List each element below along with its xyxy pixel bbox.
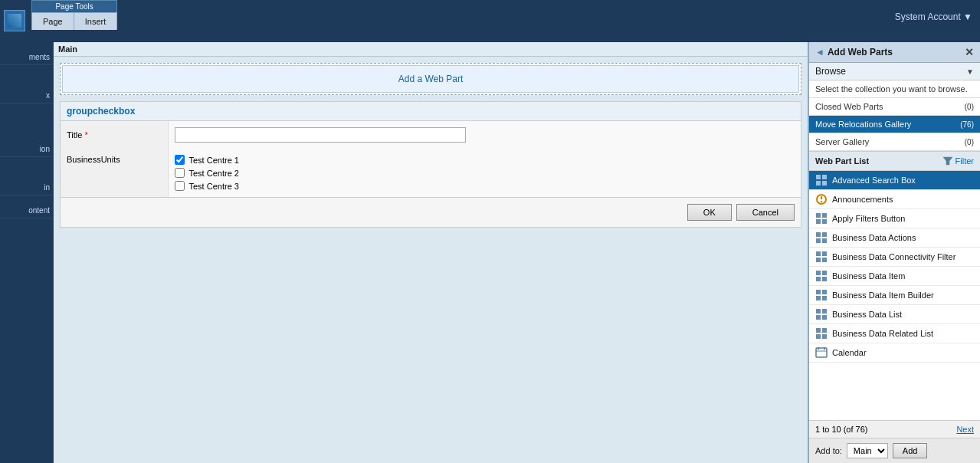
svg-rect-2 xyxy=(822,175,827,179)
webpart-item-4[interactable]: Business Data Connectivity Filter xyxy=(809,248,980,267)
webpart-icon-1 xyxy=(815,193,828,205)
filter-icon xyxy=(942,156,953,166)
webpart-item-6[interactable]: Business Data Item Builder xyxy=(809,286,980,305)
tab-row: Page Insert xyxy=(31,12,117,30)
svg-rect-38 xyxy=(824,347,825,350)
checkbox-item-0: Test Centre 1 xyxy=(175,155,795,165)
browse-label: Browse xyxy=(815,66,966,77)
title-row: Title * xyxy=(61,121,801,149)
svg-rect-28 xyxy=(816,309,821,314)
close-icon[interactable]: ✕ xyxy=(965,46,974,58)
svg-rect-8 xyxy=(816,213,821,218)
svg-rect-16 xyxy=(816,251,821,256)
checkbox-group: Test Centre 1 Test Centre 2 Test Centre … xyxy=(175,155,795,191)
svg-rect-3 xyxy=(816,181,821,186)
add-to-label: Add to: xyxy=(815,446,842,455)
checkbox-item-1: Test Centre 2 xyxy=(175,168,795,178)
svg-rect-31 xyxy=(822,315,827,320)
webpart-item-2[interactable]: Apply Filters Button xyxy=(809,209,980,228)
webpart-item-5[interactable]: Business Data Item xyxy=(809,267,980,286)
ribbon: Page Tools Page Insert System Account ▼ xyxy=(0,0,980,42)
svg-rect-30 xyxy=(816,315,821,320)
svg-rect-13 xyxy=(822,232,827,237)
collection-list: Closed Web Parts (0) Move Relocations Ga… xyxy=(809,98,980,151)
form-table: Title * BusinessUnits Test Centre 1 xyxy=(61,121,801,197)
webpart-icon-9 xyxy=(815,346,828,359)
webpart-item-9[interactable]: Calendar xyxy=(809,343,980,363)
web-part-zone: Add a Web Part xyxy=(60,63,801,95)
add-to-select[interactable]: Main xyxy=(847,443,888,458)
main-area: ments x ion in ontent Main Add a Web Par… xyxy=(0,42,980,463)
browse-dropdown-icon[interactable]: ▼ xyxy=(966,67,974,76)
webpart-item-0[interactable]: Advanced Search Box xyxy=(809,171,980,190)
collection-item-0[interactable]: Closed Web Parts (0) xyxy=(809,98,980,116)
svg-rect-7 xyxy=(821,201,822,202)
content-area: Main Add a Web Part groupcheckbox Title … xyxy=(54,42,808,463)
checkbox-0[interactable] xyxy=(175,155,185,165)
webpart-icon-6 xyxy=(815,289,828,301)
svg-rect-11 xyxy=(822,219,827,224)
svg-rect-10 xyxy=(816,219,821,224)
checkbox-1[interactable] xyxy=(175,168,185,178)
svg-rect-21 xyxy=(822,271,827,275)
required-indicator: * xyxy=(84,130,87,140)
page-tools-tab-group: Page Tools Page Insert xyxy=(31,0,117,30)
svg-rect-27 xyxy=(822,296,827,300)
sidebar-item-2[interactable]: ion xyxy=(0,142,53,157)
svg-rect-24 xyxy=(816,290,821,294)
svg-rect-26 xyxy=(816,296,821,300)
sidebar-item-3[interactable]: in xyxy=(0,180,53,195)
right-panel: ◄ Add Web Parts ✕ Browse ▼ Select the co… xyxy=(808,42,980,463)
svg-rect-17 xyxy=(822,251,827,256)
form-container: groupcheckbox Title * BusinessUnits xyxy=(60,101,801,228)
tab-insert[interactable]: Insert xyxy=(74,12,118,30)
business-units-label: BusinessUnits xyxy=(61,149,168,197)
title-label: Title * xyxy=(61,121,168,149)
right-panel-title: Add Web Parts xyxy=(828,47,893,57)
form-footer: OK Cancel xyxy=(61,197,801,227)
webpart-item-7[interactable]: Business Data List xyxy=(809,305,980,324)
collection-item-2[interactable]: Server Gallery (0) xyxy=(809,133,980,151)
system-account-menu[interactable]: System Account ▼ xyxy=(895,11,972,22)
webpart-items-list: Advanced Search Box Announcements Apply … xyxy=(809,171,980,420)
svg-rect-23 xyxy=(822,277,827,281)
svg-rect-1 xyxy=(816,175,821,179)
cancel-button[interactable]: Cancel xyxy=(736,204,795,221)
sidebar-item-4[interactable]: ontent xyxy=(0,203,53,218)
collection-item-1[interactable]: Move Relocations Gallery (76) xyxy=(809,116,980,133)
pagination-row: 1 to 10 (of 76) Next xyxy=(809,420,980,438)
webpart-item-3[interactable]: Business Data Actions xyxy=(809,228,980,248)
webpart-list-label: Web Part List xyxy=(815,156,869,166)
svg-rect-25 xyxy=(822,290,827,294)
svg-rect-14 xyxy=(816,238,821,243)
svg-rect-32 xyxy=(816,328,821,333)
panel-collapse-icon[interactable]: ◄ xyxy=(815,47,824,57)
form-title: groupcheckbox xyxy=(61,102,801,121)
svg-rect-15 xyxy=(822,238,827,243)
add-to-row: Add to: Main Add xyxy=(809,438,980,463)
checkbox-2[interactable] xyxy=(175,181,185,191)
webpart-icon-5 xyxy=(815,270,828,282)
webpart-icon-2 xyxy=(815,212,828,225)
sidebar-item-0[interactable]: ments xyxy=(0,50,53,65)
sidebar-item-1[interactable]: x xyxy=(0,88,53,103)
svg-rect-4 xyxy=(822,181,827,186)
checkbox-item-2: Test Centre 3 xyxy=(175,181,795,191)
title-input[interactable] xyxy=(175,127,466,143)
webpart-item-1[interactable]: Announcements xyxy=(809,190,980,209)
webpart-item-8[interactable]: Business Data Related List xyxy=(809,324,980,343)
add-button[interactable]: Add xyxy=(893,443,928,458)
webpart-icon-3 xyxy=(815,232,828,244)
svg-marker-0 xyxy=(943,157,952,165)
ok-button[interactable]: OK xyxy=(687,204,732,221)
next-button[interactable]: Next xyxy=(956,425,974,434)
right-panel-header: ◄ Add Web Parts ✕ xyxy=(809,42,980,63)
svg-rect-22 xyxy=(816,277,821,281)
svg-rect-29 xyxy=(822,309,827,314)
svg-rect-33 xyxy=(822,328,827,333)
logo-icon xyxy=(4,10,25,31)
filter-button[interactable]: Filter xyxy=(942,156,974,166)
svg-rect-9 xyxy=(822,213,827,218)
tab-page[interactable]: Page xyxy=(31,12,74,30)
add-web-part-button[interactable]: Add a Web Part xyxy=(62,65,799,93)
